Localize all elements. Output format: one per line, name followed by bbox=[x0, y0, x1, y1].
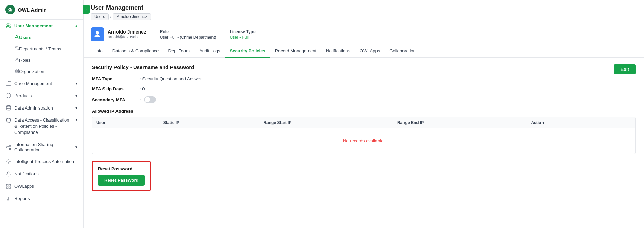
svg-point-14 bbox=[9, 148, 11, 149]
sidebar-item-case-management[interactable]: Case Management ▼ bbox=[0, 77, 83, 89]
secondary-mfa-label: Secondary MFA bbox=[92, 97, 140, 102]
mfa-skip-row: MFA Skip Days : 0 bbox=[92, 86, 636, 91]
chevron-down-icon-access: ▼ bbox=[74, 118, 78, 122]
svg-point-5 bbox=[15, 47, 17, 48]
tab-owlapps[interactable]: OWLApps bbox=[355, 45, 385, 58]
ip-table-header: User Static IP Range Start IP Range End … bbox=[92, 117, 635, 128]
svg-point-17 bbox=[8, 161, 9, 162]
sidebar-item-departments-teams[interactable]: Departments / Teams bbox=[0, 43, 83, 54]
organization-icon bbox=[14, 68, 19, 74]
user-info-bar: Arnoldo Jimenez arnold@texasai.ai Role U… bbox=[84, 24, 644, 45]
breadcrumb: Users › Arnoldo Jimenez bbox=[91, 13, 637, 20]
breadcrumb-users[interactable]: Users bbox=[91, 13, 109, 20]
svg-rect-10 bbox=[15, 71, 16, 73]
user-icon bbox=[14, 35, 19, 40]
secondary-mfa-toggle[interactable] bbox=[144, 96, 156, 103]
chevron-down-icon: ▼ bbox=[74, 81, 78, 85]
reset-password-section: Reset Password Reset Password bbox=[92, 161, 151, 191]
sidebar-item-data-access[interactable]: Data Access - Classification & Retention… bbox=[0, 114, 83, 139]
reset-password-button[interactable]: Reset Password bbox=[98, 175, 145, 186]
security-policy-title: Security Policy - Username and Password bbox=[92, 64, 636, 70]
app-title: OWL Admin bbox=[18, 7, 47, 13]
sidebar-item-info-sharing[interactable]: Information Sharing - Collaboration ▼ bbox=[0, 139, 83, 155]
products-icon bbox=[5, 92, 12, 99]
users-icon bbox=[5, 23, 12, 29]
svg-point-11 bbox=[6, 105, 11, 107]
col-static-ip: Static IP bbox=[163, 120, 264, 125]
col-range-end: Range End IP bbox=[397, 120, 531, 125]
tab-collaboration[interactable]: Collaboration bbox=[385, 45, 421, 58]
sidebar-label-data-admin: Data Administration bbox=[14, 105, 53, 111]
owlapps-icon bbox=[5, 183, 12, 189]
reports-icon bbox=[5, 195, 12, 202]
role-label: Role bbox=[160, 29, 216, 34]
page-title: User Management bbox=[91, 4, 143, 11]
automation-icon bbox=[5, 159, 12, 165]
sidebar-label-departments: Departments / Teams bbox=[19, 46, 61, 51]
tab-dept-team[interactable]: Dept Team bbox=[164, 45, 195, 58]
main-content: User Management Users › Arnoldo Jimenez … bbox=[84, 0, 644, 228]
user-license-field: License Type User - Full bbox=[230, 29, 256, 40]
user-role-field: Role User Full - (Crime Department) bbox=[160, 29, 216, 40]
secondary-mfa-colon: : bbox=[140, 97, 141, 102]
chevron-down-icon-products: ▼ bbox=[74, 94, 78, 98]
sidebar-label-info-sharing: Information Sharing - Collaboration bbox=[14, 142, 72, 152]
svg-rect-21 bbox=[9, 187, 11, 188]
sidebar-item-products[interactable]: Products ▼ bbox=[0, 89, 83, 102]
reset-password-label: Reset Password bbox=[98, 166, 145, 172]
sidebar-label-notifications: Notifications bbox=[14, 171, 39, 176]
sidebar-label-organization: Organization bbox=[19, 69, 44, 74]
user-avatar-area: Arnoldo Jimenez arnold@texasai.ai bbox=[91, 27, 146, 41]
allowed-ip-label: Allowed IP Address bbox=[92, 109, 636, 114]
departments-icon bbox=[14, 46, 19, 52]
sidebar-item-intelligent-process[interactable]: Intelligent Process Automation bbox=[0, 155, 83, 168]
svg-point-12 bbox=[9, 145, 11, 146]
breadcrumb-current-user[interactable]: Arnoldo Jimenez bbox=[113, 13, 151, 20]
user-info-text: Arnoldo Jimenez arnold@texasai.ai bbox=[108, 29, 146, 39]
col-user: User bbox=[96, 120, 163, 125]
svg-rect-19 bbox=[9, 184, 11, 186]
svg-point-4 bbox=[16, 35, 18, 37]
sidebar-item-notifications[interactable]: Notifications bbox=[0, 168, 83, 180]
sidebar-label-users: Users bbox=[19, 35, 31, 40]
sidebar: OWL Admin User Management ▲ Users Depart… bbox=[0, 0, 84, 228]
license-value: User - Full bbox=[230, 35, 256, 40]
svg-point-6 bbox=[16, 58, 18, 60]
sidebar-item-roles[interactable]: Roles bbox=[0, 54, 83, 66]
avatar bbox=[91, 27, 104, 41]
secondary-mfa-row: Secondary MFA : bbox=[92, 96, 636, 103]
user-name: Arnoldo Jimenez bbox=[108, 29, 146, 35]
sidebar-item-users[interactable]: Users bbox=[0, 32, 83, 43]
content-area: Security Policy - Username and Password … bbox=[84, 58, 644, 228]
sidebar-item-data-administration[interactable]: Data Administration ▼ bbox=[0, 102, 83, 114]
license-label: License Type bbox=[230, 29, 256, 34]
tab-security-policies[interactable]: Security Policies bbox=[225, 45, 270, 58]
svg-point-1 bbox=[8, 9, 10, 10]
tab-record-management[interactable]: Record Management bbox=[270, 45, 321, 58]
breadcrumb-arrow: › bbox=[110, 14, 111, 19]
sidebar-item-user-management[interactable]: User Management ▲ bbox=[0, 20, 83, 32]
sidebar-item-reports[interactable]: Reports bbox=[0, 192, 83, 205]
svg-point-3 bbox=[7, 24, 9, 25]
chevron-up-icon: ▲ bbox=[74, 24, 78, 28]
chevron-down-icon-data: ▼ bbox=[74, 106, 78, 110]
mfa-type-label: MFA Type bbox=[92, 76, 140, 81]
logo-area: OWL Admin bbox=[0, 0, 83, 20]
logo-icon bbox=[5, 5, 15, 14]
tab-notifications[interactable]: Notifications bbox=[321, 45, 355, 58]
tab-datasets-compliance[interactable]: Datasets & Compliance bbox=[108, 45, 164, 58]
sidebar-item-owlapps[interactable]: OWLapps bbox=[0, 180, 83, 192]
sidebar-item-organization[interactable]: Organization bbox=[0, 66, 83, 77]
sidebar-label-owlapps: OWLapps bbox=[14, 183, 34, 189]
tab-info[interactable]: Info bbox=[91, 45, 108, 58]
roles-icon bbox=[14, 57, 19, 63]
user-email: arnold@texasai.ai bbox=[108, 35, 146, 39]
edit-button[interactable]: Edit bbox=[614, 64, 636, 74]
svg-point-0 bbox=[9, 8, 11, 10]
sidebar-label-products: Products bbox=[14, 93, 32, 98]
role-value: User Full - (Crime Department) bbox=[160, 35, 216, 40]
data-access-icon bbox=[5, 117, 12, 124]
tab-audit-logs[interactable]: Audit Logs bbox=[194, 45, 225, 58]
sidebar-toggle-button[interactable]: ‹ bbox=[83, 5, 90, 14]
mfa-type-value: : Security Question and Answer bbox=[140, 76, 202, 81]
